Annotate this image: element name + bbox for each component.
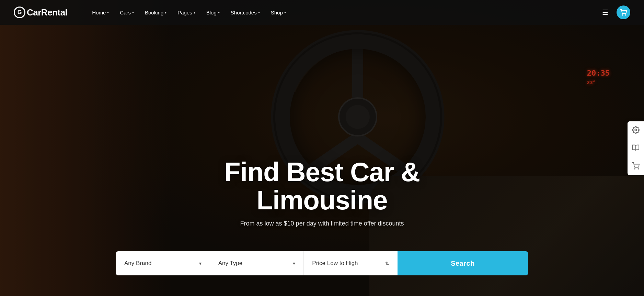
search-button[interactable]: Search — [398, 251, 528, 275]
main-nav: Home ▾ Cars ▾ Booking ▾ Pages ▾ Blog ▾ S… — [88, 7, 599, 18]
chevron-down-icon: ▾ — [284, 11, 286, 14]
svg-point-0 — [622, 15, 623, 15]
cart-button[interactable] — [617, 6, 630, 19]
nav-item-cars[interactable]: Cars ▾ — [116, 7, 138, 18]
logo-circle: G — [14, 7, 25, 18]
chevron-down-icon: ▾ — [218, 11, 220, 14]
brand-dropdown[interactable]: Any Brand ▾ — [116, 251, 210, 275]
svg-point-9 — [634, 168, 635, 169]
chevron-down-icon: ▾ — [194, 11, 195, 14]
chevron-down-icon: ▾ — [165, 11, 166, 14]
chevron-down-icon: ▾ — [107, 11, 109, 14]
svg-point-10 — [638, 168, 639, 169]
type-dropdown-label: Any Type — [218, 260, 243, 267]
type-dropdown[interactable]: Any Type ▾ — [210, 251, 304, 275]
cart-icon — [620, 9, 627, 16]
hero-title: Find Best Car & Limousine — [168, 158, 476, 215]
svg-point-1 — [625, 15, 626, 15]
logo-text: CarRental — [27, 7, 67, 18]
hero-section: 20:3523° Find Best Car & Limousine From … — [0, 0, 644, 296]
nav-item-blog[interactable]: Blog ▾ — [202, 7, 224, 18]
header: G CarRental Home ▾ Cars ▾ Booking ▾ Page… — [0, 0, 644, 25]
chevron-down-icon: ▾ — [293, 261, 295, 266]
chevron-down-icon: ▾ — [199, 261, 202, 266]
nav-item-shop[interactable]: Shop ▾ — [267, 7, 290, 18]
sort-dropdown[interactable]: Price Low to High ⇅ — [304, 251, 398, 275]
gear-icon — [632, 126, 640, 134]
hero-content: Find Best Car & Limousine From as low as… — [168, 158, 476, 241]
nav-item-pages[interactable]: Pages ▾ — [173, 7, 199, 18]
chevron-down-icon: ▾ — [258, 11, 260, 14]
book-icon — [632, 144, 640, 152]
settings-toolbar-button[interactable] — [628, 121, 644, 139]
brand-dropdown-label: Any Brand — [124, 260, 151, 267]
hamburger-menu-icon[interactable]: ☰ — [599, 6, 611, 19]
nav-right: ☰ — [599, 6, 630, 19]
book-toolbar-button[interactable] — [628, 139, 644, 157]
search-bar: Any Brand ▾ Any Type ▾ Price Low to High… — [116, 251, 528, 275]
right-toolbar — [628, 121, 644, 175]
nav-item-home[interactable]: Home ▾ — [88, 7, 113, 18]
svg-point-8 — [635, 129, 637, 131]
logo[interactable]: G CarRental — [14, 7, 67, 18]
sort-icon: ⇅ — [385, 261, 389, 266]
hero-subtitle: From as low as $10 per day with limited … — [168, 220, 476, 227]
digital-clock: 20:3523° — [587, 69, 610, 86]
nav-item-shortcodes[interactable]: Shortcodes ▾ — [227, 7, 264, 18]
chevron-down-icon: ▾ — [132, 11, 134, 14]
nav-item-booking[interactable]: Booking ▾ — [141, 7, 171, 18]
shopping-cart-icon — [632, 162, 640, 170]
cart-toolbar-button[interactable] — [628, 157, 644, 175]
sort-dropdown-label: Price Low to High — [312, 260, 358, 267]
